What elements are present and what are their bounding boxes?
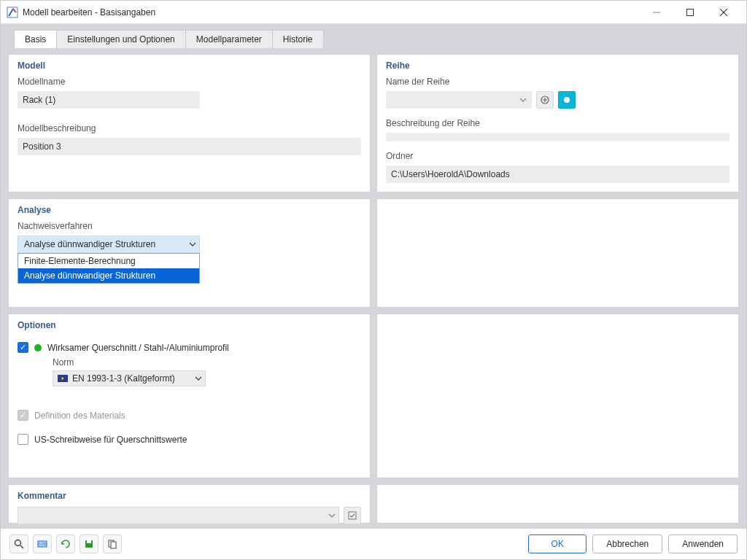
- svg-rect-7: [349, 512, 356, 519]
- us-notation-label: US-Schreibweise für Querschnittswerte: [34, 435, 187, 445]
- group-title: Kommentar: [18, 491, 361, 501]
- svg-line-9: [20, 545, 23, 548]
- norm-dropdown[interactable]: EN 1993-1-3 (Kaltgeformt): [53, 370, 206, 386]
- group-analyse: Analyse Nachweisverfahren Analyse dünnwa…: [8, 198, 371, 308]
- status-dot-icon: [34, 344, 42, 351]
- empty-panel: [376, 484, 739, 524]
- reihe-name-select[interactable]: [386, 91, 532, 109]
- nachweisverfahren-dropdown[interactable]: Analyse dünnwandiger Strukturen Finite-E…: [18, 236, 200, 253]
- svg-point-6: [564, 97, 570, 103]
- reihe-desc-label: Beschreibung der Reihe: [386, 118, 729, 128]
- field-value: C:\Users\HoeroldA\Downloads: [391, 169, 510, 179]
- svg-rect-15: [111, 542, 116, 548]
- app-icon: [7, 7, 18, 18]
- reihe-import-button[interactable]: [536, 91, 554, 109]
- field-value: Position 3: [23, 141, 61, 152]
- close-button[interactable]: [707, 2, 740, 23]
- svg-text:0,00: 0,00: [38, 542, 47, 546]
- modellname-field[interactable]: Rack (1): [18, 91, 200, 109]
- toolbar-save-button[interactable]: [80, 534, 98, 553]
- tab-modellparameter[interactable]: Modellparameter: [185, 30, 273, 48]
- analyse-proc-label: Nachweisverfahren: [18, 221, 361, 231]
- material-definition-checkbox: [18, 410, 28, 421]
- reihe-desc-field[interactable]: [386, 133, 729, 141]
- reihe-cloud-button[interactable]: [558, 91, 576, 109]
- dropdown-value: EN 1993-1-3 (Kaltgeformt): [72, 373, 175, 384]
- us-notation-checkbox[interactable]: [18, 434, 28, 445]
- group-optionen: Optionen Wirksamer Querschnitt / Stahl-/…: [8, 314, 371, 478]
- dropdown-value: Analyse dünnwandiger Strukturen: [24, 239, 155, 249]
- tab-label: Einstellungen und Optionen: [67, 34, 174, 44]
- eff-crosssection-label: Wirksamer Querschnitt / Stahl-/Aluminium…: [47, 343, 229, 353]
- option-label: Analyse dünnwandiger Strukturen: [24, 271, 155, 281]
- minimize-button[interactable]: [640, 2, 673, 23]
- tab-historie[interactable]: Historie: [272, 30, 324, 48]
- cancel-button[interactable]: Abbrechen: [592, 534, 662, 553]
- tab-einstellungen[interactable]: Einstellungen und Optionen: [56, 30, 185, 48]
- modellname-label: Modellname: [18, 77, 361, 87]
- toolbar-search-button[interactable]: [9, 534, 28, 553]
- reihe-folder-field[interactable]: C:\Users\HoeroldA\Downloads: [386, 166, 729, 183]
- reihe-folder-label: Ordner: [386, 151, 729, 161]
- kommentar-select[interactable]: [18, 507, 339, 524]
- material-definition-label: Definition des Materials: [34, 411, 125, 421]
- group-title: Analyse: [18, 205, 361, 215]
- toolbar-units-button[interactable]: 0,00: [33, 534, 52, 553]
- chevron-down-icon: [189, 241, 196, 248]
- dropdown-menu: Finite-Elemente-Berechnung Analyse dünnw…: [18, 253, 200, 284]
- norm-label: Norm: [53, 357, 361, 368]
- tab-label: Basis: [25, 34, 46, 44]
- titlebar: Modell bearbeiten - Basisangaben: [1, 1, 746, 24]
- window-title: Modell bearbeiten - Basisangaben: [23, 7, 155, 18]
- svg-rect-13: [87, 540, 91, 543]
- eff-crosssection-checkbox[interactable]: [18, 342, 28, 353]
- button-label: Abbrechen: [606, 539, 649, 549]
- chevron-down-icon: [195, 375, 202, 382]
- apply-button[interactable]: Anwenden: [668, 534, 738, 553]
- button-label: Anwenden: [682, 539, 724, 549]
- reihe-name-label: Name der Reihe: [386, 77, 729, 87]
- modellbeschreibung-field[interactable]: Position 3: [18, 138, 361, 155]
- toolbar-copy-button[interactable]: [103, 534, 122, 553]
- tab-basis[interactable]: Basis: [14, 30, 57, 48]
- toolbar-refresh-button[interactable]: [56, 534, 75, 553]
- chevron-down-icon: [519, 96, 527, 104]
- group-title: Modell: [18, 61, 361, 71]
- group-title: Optionen: [18, 320, 361, 330]
- modellbeschreibung-label: Modellbeschreibung: [18, 123, 361, 133]
- ok-button[interactable]: OK: [528, 534, 587, 553]
- empty-panel: [376, 314, 739, 478]
- footer: 0,00 OK Abbrechen Anwenden: [1, 528, 746, 559]
- svg-point-8: [15, 540, 21, 546]
- group-title: Reihe: [386, 61, 729, 71]
- field-value: Rack (1): [23, 95, 55, 105]
- group-reihe: Reihe Name der Reihe Beschreibung der Re…: [376, 54, 739, 192]
- tab-label: Historie: [283, 34, 313, 44]
- group-modell: Modell Modellname Rack (1) Modellbeschre…: [8, 54, 371, 192]
- group-kommentar: Kommentar: [8, 484, 371, 524]
- svg-rect-2: [687, 9, 694, 15]
- option-label: Finite-Elemente-Berechnung: [24, 256, 136, 266]
- eu-flag-icon: [58, 375, 68, 382]
- dropdown-option-fe[interactable]: Finite-Elemente-Berechnung: [18, 254, 199, 268]
- dropdown-option-thinwall[interactable]: Analyse dünnwandiger Strukturen: [18, 268, 199, 283]
- empty-panel: [376, 198, 739, 308]
- kommentar-edit-button[interactable]: [344, 507, 361, 524]
- tab-label: Modellparameter: [196, 34, 262, 44]
- maximize-button[interactable]: [673, 2, 707, 23]
- button-label: OK: [551, 539, 564, 549]
- tabs: Basis Einstellungen und Optionen Modellp…: [8, 30, 739, 48]
- chevron-down-icon: [328, 512, 336, 519]
